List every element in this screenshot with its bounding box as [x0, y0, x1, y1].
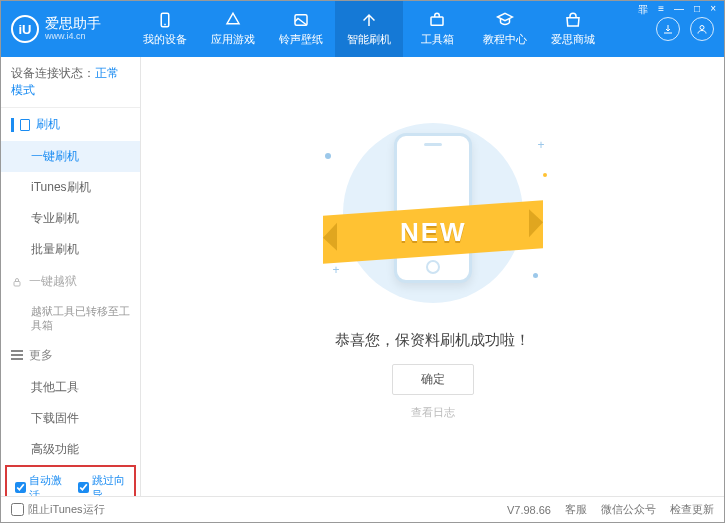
main-nav: 我的设备 应用游戏 铃声壁纸 智能刷机 工具箱 教程中心	[131, 1, 656, 57]
nav-store[interactable]: 爱思商城	[539, 1, 607, 57]
checkbox-auto-activate[interactable]: 自动激活	[15, 473, 64, 496]
svg-rect-3	[431, 17, 443, 25]
menu-icon[interactable]: ≡	[656, 3, 666, 17]
sidebar-item-advanced[interactable]: 高级功能	[1, 434, 140, 465]
checkbox-block-itunes[interactable]: 阻止iTunes运行	[11, 502, 105, 517]
connection-status: 设备连接状态：正常模式	[1, 57, 140, 108]
app-window: 罪 ≡ — □ × iU 爱思助手 www.i4.cn 我的设备 应用游戏	[0, 0, 725, 523]
confirm-button[interactable]: 确定	[392, 364, 474, 395]
window-controls: 罪 ≡ — □ ×	[636, 3, 718, 17]
close-icon[interactable]: ×	[708, 3, 718, 17]
hamburger-icon	[11, 350, 23, 360]
flash-options-highlight: 自动激活 跳过向导	[5, 465, 136, 496]
app-url: www.i4.cn	[45, 32, 101, 42]
sidebar-item-pro-flash[interactable]: 专业刷机	[1, 203, 140, 234]
app-name: 爱思助手	[45, 16, 101, 31]
view-log-link[interactable]: 查看日志	[411, 405, 455, 420]
store-icon	[564, 11, 582, 29]
sidebar-item-itunes-flash[interactable]: iTunes刷机	[1, 172, 140, 203]
version-label: V7.98.66	[507, 504, 551, 516]
pin-icon[interactable]: 罪	[636, 3, 650, 17]
header-right	[656, 17, 714, 41]
svg-point-4	[700, 26, 704, 30]
flash-doc-icon	[20, 119, 30, 131]
nav-my-device[interactable]: 我的设备	[131, 1, 199, 57]
footer-link-update[interactable]: 检查更新	[670, 502, 714, 517]
sidebar-item-download-firmware[interactable]: 下载固件	[1, 403, 140, 434]
footer-link-support[interactable]: 客服	[565, 502, 587, 517]
footer-link-wechat[interactable]: 微信公众号	[601, 502, 656, 517]
checkbox-skip-guide[interactable]: 跳过向导	[78, 473, 127, 496]
nav-toolbox[interactable]: 工具箱	[403, 1, 471, 57]
download-icon[interactable]	[656, 17, 680, 41]
nav-flash[interactable]: 智能刷机	[335, 1, 403, 57]
wallpaper-icon	[292, 11, 310, 29]
header: 罪 ≡ — □ × iU 爱思助手 www.i4.cn 我的设备 应用游戏	[1, 1, 724, 57]
sidebar-head-jailbreak: 一键越狱	[1, 265, 140, 298]
nav-apps[interactable]: 应用游戏	[199, 1, 267, 57]
svg-rect-5	[14, 281, 20, 286]
logo: iU 爱思助手 www.i4.cn	[11, 15, 131, 43]
phone-icon	[156, 11, 174, 29]
tutorial-icon	[496, 11, 514, 29]
sidebar-item-batch-flash[interactable]: 批量刷机	[1, 234, 140, 265]
main-content: NEW ++ 恭喜您，保资料刷机成功啦！ 确定 查看日志	[141, 57, 724, 496]
body: 设备连接状态：正常模式 刷机 一键刷机 iTunes刷机 专业刷机 批量刷机 一…	[1, 57, 724, 496]
footer: 阻止iTunes运行 V7.98.66 客服 微信公众号 检查更新	[1, 496, 724, 522]
user-icon[interactable]	[690, 17, 714, 41]
sidebar-head-flash[interactable]: 刷机	[1, 108, 140, 141]
nav-tutorial[interactable]: 教程中心	[471, 1, 539, 57]
minimize-icon[interactable]: —	[672, 3, 686, 17]
success-illustration: NEW ++	[303, 113, 563, 313]
toolbox-icon	[428, 11, 446, 29]
maximize-icon[interactable]: □	[692, 3, 702, 17]
jailbreak-note: 越狱工具已转移至工具箱	[1, 298, 140, 339]
success-message: 恭喜您，保资料刷机成功啦！	[335, 331, 530, 350]
flash-icon	[360, 11, 378, 29]
sidebar-head-more[interactable]: 更多	[1, 339, 140, 372]
sidebar-item-other-tools[interactable]: 其他工具	[1, 372, 140, 403]
sidebar-item-oneclick-flash[interactable]: 一键刷机	[1, 141, 140, 172]
logo-icon: iU	[11, 15, 39, 43]
lock-icon	[11, 276, 23, 288]
apps-icon	[224, 11, 242, 29]
nav-wallpaper[interactable]: 铃声壁纸	[267, 1, 335, 57]
sidebar: 设备连接状态：正常模式 刷机 一键刷机 iTunes刷机 专业刷机 批量刷机 一…	[1, 57, 141, 496]
